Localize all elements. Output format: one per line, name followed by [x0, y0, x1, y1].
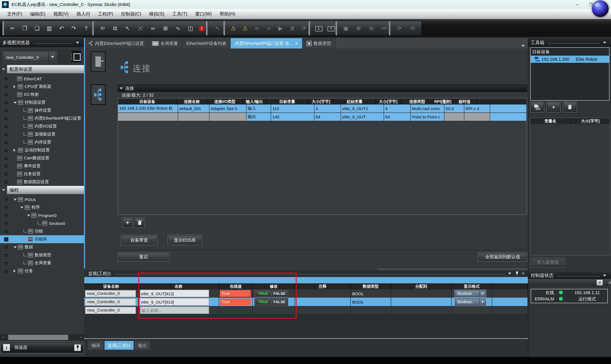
tab-build[interactable]: 编译	[88, 341, 103, 350]
collapse-icon[interactable]	[13, 102, 17, 105]
crossed-tools-icon[interactable]: ⤫	[136, 21, 145, 35]
chevron-down-icon[interactable]	[603, 274, 606, 278]
register-device-button[interactable]	[531, 102, 544, 112]
tree-item-data-types[interactable]: 数据类型	[0, 251, 84, 259]
tree-item-tasks[interactable]: 任务	[0, 267, 84, 275]
connection-section-header[interactable]: 连接	[118, 85, 527, 92]
collapse-icon[interactable]	[2, 68, 5, 72]
watch-new-name-input[interactable]	[140, 306, 209, 314]
expand-panel-icon[interactable]: ↗	[596, 279, 603, 286]
menu-tools[interactable]: 工具(T)	[168, 11, 191, 17]
tab-list-dropdown-icon[interactable]	[521, 45, 525, 49]
connection-row-input[interactable]: 192.168.1.200 Elite Robot 机 default_001 …	[118, 104, 527, 113]
col-connection-io-type[interactable]: 连接I/O类型	[207, 99, 243, 104]
tree-item-program0[interactable]: Program0	[0, 211, 84, 219]
tree-item-cam-data[interactable]: Cam数据设置	[0, 154, 84, 162]
comment-cell[interactable]	[295, 298, 351, 306]
watch-name-input[interactable]	[140, 298, 209, 306]
filter-pin-icon[interactable]	[74, 344, 81, 351]
tree-item-event-settings[interactable]: 事件设置	[0, 162, 84, 170]
display-format-select[interactable]: Boolean	[455, 290, 486, 297]
duplicate-window-icon[interactable]: ⧉	[111, 21, 120, 35]
tab-watch-project-1[interactable]: 监视(工程)1	[105, 341, 134, 350]
scroll-left-icon[interactable]: <	[0, 335, 6, 339]
tab-global-variables[interactable]: var 全局变量	[148, 38, 182, 49]
tab-output[interactable]: 输出	[135, 341, 150, 350]
menu-simulation[interactable]: 模拟(S)	[145, 11, 168, 17]
watch-name-input[interactable]	[140, 290, 209, 297]
menu-window[interactable]: 窗口(W)	[191, 11, 216, 17]
zoom-in-icon[interactable]: ⊕	[354, 21, 363, 35]
col-data-type[interactable]: 数据类型	[351, 283, 391, 289]
col-target-variable[interactable]: 目标变量	[266, 99, 308, 104]
scroll-right-icon[interactable]: >	[78, 335, 84, 339]
tree-item-cpu-rack[interactable]: CPU/扩展机架	[0, 83, 84, 91]
watch-wave-icon[interactable]: ∿	[174, 21, 183, 35]
zoom-100-icon[interactable]: 100	[380, 21, 388, 35]
close-icon[interactable]: ✕	[521, 272, 525, 276]
col-rpi[interactable]: RPI[毫秒]	[434, 99, 452, 104]
section-config[interactable]: 配置和设置	[0, 65, 84, 73]
collapse-icon[interactable]	[27, 214, 30, 218]
tree-item-pous[interactable]: POUs	[0, 195, 84, 203]
refresh-icon[interactable]: ⟳	[300, 21, 308, 35]
col-input-output[interactable]: 输入/输出	[243, 99, 266, 104]
watch-table-icon[interactable]: ⊞	[161, 21, 170, 35]
edit-tool-icon[interactable]: ↖	[123, 21, 132, 35]
menu-project[interactable]: 工程(P)	[94, 11, 117, 17]
menu-controller[interactable]: 控制器(C)	[117, 11, 145, 17]
check-program-icon[interactable]: ∞	[253, 21, 261, 35]
expand-icon[interactable]	[13, 85, 17, 88]
col-size-bytes-2[interactable]: 大小[字节]	[376, 99, 401, 104]
restart-button[interactable]: 重启	[118, 253, 169, 261]
import-tag-set-button[interactable]: 导入标签组	[531, 258, 565, 267]
transfer-from-controller-icon[interactable]: ⇑	[327, 26, 334, 31]
chevron-down-icon[interactable]	[603, 41, 606, 45]
transfer-to-controller-icon[interactable]: ⇓	[315, 26, 322, 31]
search-binoculars-icon[interactable]: ◫	[186, 21, 195, 35]
build-controller-icon[interactable]: ⚠	[229, 21, 238, 35]
scrollbar-thumb[interactable]	[8, 335, 68, 340]
horizontal-scrollbar[interactable]: < >	[0, 334, 84, 340]
col-connection-name[interactable]: 连接名称	[177, 99, 207, 104]
check-all-programs-icon[interactable]: ∞	[264, 21, 273, 35]
menu-edit[interactable]: 编辑(E)	[26, 11, 49, 17]
panel-resize-indicator[interactable]	[84, 338, 528, 339]
info-icon[interactable]: i	[3, 344, 10, 351]
watch-window-icon[interactable]: ∞	[148, 21, 157, 35]
delete-connection-button[interactable]	[135, 218, 144, 227]
chevron-down-icon[interactable]	[76, 42, 79, 45]
chevron-down-icon[interactable]	[479, 290, 485, 297]
col-display-format[interactable]: 显示格式	[452, 283, 492, 289]
execute-icon[interactable]: ▶	[276, 21, 285, 35]
tree-item-programs[interactable]: 程序	[0, 203, 84, 211]
minimize-button[interactable]: ─	[571, 0, 584, 9]
tree-item-memory-settings[interactable]: 内存设置	[0, 138, 84, 146]
assigned-cell[interactable]	[391, 289, 452, 298]
add-connection-button[interactable]: +	[123, 218, 132, 227]
3d-view-icon[interactable]: 3D	[98, 21, 107, 35]
target-device-item[interactable]: 192.168.1.200 Elite Robot	[531, 56, 609, 63]
paste-icon[interactable]: ❏	[33, 21, 41, 35]
set-false-button[interactable]: FALSE	[271, 299, 287, 305]
controller-selector-arrow[interactable]	[49, 52, 56, 62]
controller-selector[interactable]: new_Controller_0	[3, 52, 56, 62]
program-notes-icon[interactable]: ≣	[288, 21, 297, 35]
rebuild-controller-icon[interactable]: ⚠	[241, 21, 250, 35]
tree-item-global-vars[interactable]: 全局变量	[0, 259, 84, 267]
delete-device-button[interactable]	[563, 102, 576, 112]
undo-icon[interactable]: ↶	[57, 21, 66, 35]
tree-item-section0[interactable]: Section0	[0, 219, 84, 227]
tab-builtin-eip-settings[interactable]: 内置EtherNet/IP端口设置	[84, 38, 148, 49]
col-name[interactable]: 名称	[138, 283, 219, 289]
close-icon[interactable]: ✕	[608, 280, 611, 285]
tree-item-functions[interactable]: 功能	[0, 227, 84, 235]
cut-icon[interactable]: ✂	[8, 21, 17, 35]
col-modify[interactable]: 修改	[253, 283, 295, 289]
help-doc-icon[interactable]: ?	[82, 21, 91, 35]
redo-icon[interactable]: ↷	[69, 21, 78, 35]
synchronize-from-icon[interactable]: ⟲	[408, 21, 417, 35]
col-size-bytes-1[interactable]: 大小[字节]	[308, 99, 334, 104]
tree-item-data[interactable]: 数据	[0, 243, 84, 251]
connection-row-output[interactable]: 输出 140 64 elite_9_OUT 64 Point to Point …	[118, 113, 527, 121]
